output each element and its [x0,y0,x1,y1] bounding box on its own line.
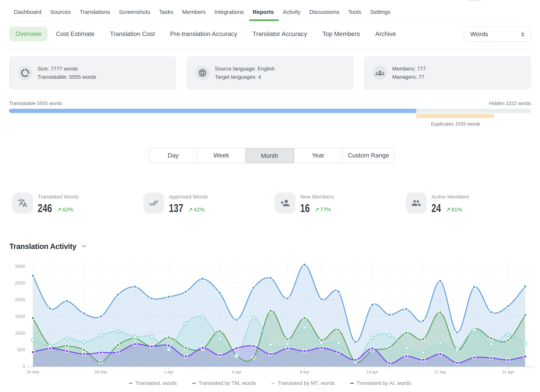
svg-text:0: 0 [22,364,25,369]
svg-text:500: 500 [17,347,25,352]
svg-text:5 Apr: 5 Apr [232,370,241,374]
svg-text:28 Mar: 28 Mar [95,370,107,374]
svg-text:3000: 3000 [15,264,25,269]
svg-text:17 Apr: 17 Apr [434,370,446,374]
svg-text:2500: 2500 [15,280,25,286]
svg-text:13 Apr: 13 Apr [366,370,378,374]
svg-text:9 Apr: 9 Apr [300,370,309,374]
svg-text:1500: 1500 [15,314,25,319]
svg-text:2000: 2000 [15,297,25,302]
svg-text:1 Apr: 1 Apr [164,370,173,374]
svg-text:1000: 1000 [15,331,25,336]
svg-text:21 Apr: 21 Apr [502,370,514,374]
svg-text:24 Mar: 24 Mar [27,370,39,374]
